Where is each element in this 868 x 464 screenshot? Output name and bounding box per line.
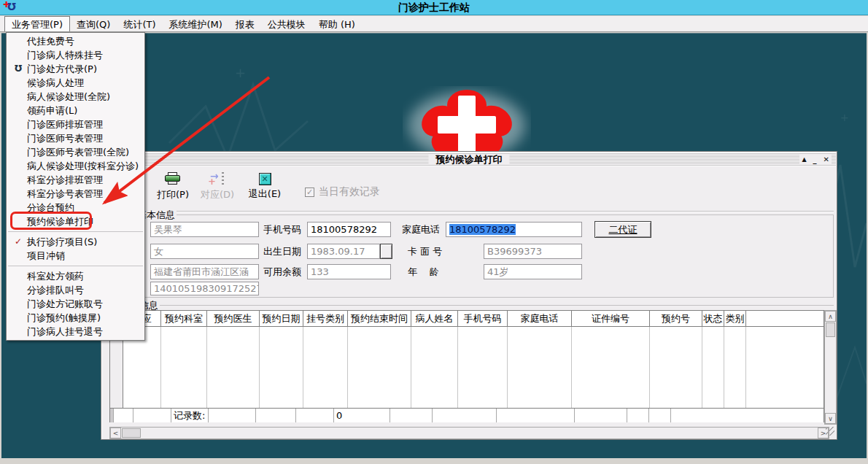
menu-item-doctor-number-table-hospital[interactable]: 门诊医师号表管理(全院) <box>7 145 144 159</box>
treatment-icon: ✓ <box>12 235 24 249</box>
mobile-field[interactable]: 18100578292 <box>307 222 391 237</box>
menu-item-medicine-apply[interactable]: 领药申请(L) <box>7 104 144 117</box>
stethoscope-icon: Ʊ <box>12 62 24 76</box>
grid-body-cell <box>411 327 458 408</box>
dialog-body: 打印(P)→+对应(D)✕退出(E) ✓ 当日有效记录 基本信息 吴果琴 手机号… <box>102 166 836 438</box>
menubar-item-public-modules[interactable]: 公共模块 <box>261 16 312 31</box>
menu-item-label: 门诊医师号表管理(全院) <box>27 147 129 158</box>
minimize-icon[interactable]: _ <box>813 154 817 165</box>
birth-date-label: 出生日期 <box>263 244 301 259</box>
birth-date-field[interactable]: 1983.09.17 <box>307 244 380 259</box>
window-title: 门诊护士工作站 <box>0 1 868 15</box>
scroll-left-icon[interactable]: < <box>110 428 121 438</box>
menu-item-registration-refund[interactable]: 门诊病人挂号退号 <box>7 325 144 339</box>
grid-body-cell <box>724 327 746 408</box>
birth-date-picker-button[interactable] <box>380 244 392 259</box>
age-label: 年 龄 <box>408 264 439 279</box>
valid-today-checkbox-row: ✓ 当日有效记录 <box>305 185 380 198</box>
grid-column-header[interactable]: 状态 <box>702 311 724 326</box>
menu-item-outpatient-appointment-touchscreen[interactable]: 门诊预约(触摸屏) <box>7 311 144 325</box>
grid-column-header[interactable]: 预约日期 <box>260 311 303 326</box>
resize-grip-icon[interactable] <box>826 427 834 436</box>
grid-footer-cell <box>114 409 133 422</box>
grid-column-header[interactable]: 预约科室 <box>161 311 207 326</box>
menu-item-prescription-billing-number[interactable]: 门诊处方记账取号 <box>7 297 144 311</box>
menu-separator <box>8 266 143 266</box>
menu-item-doctor-schedule[interactable]: 门诊医师排班管理 <box>7 117 144 131</box>
grid-column-header[interactable]: 预约结束时间 <box>348 311 411 326</box>
home-phone-field[interactable]: 18100578292 <box>446 222 582 237</box>
menu-item-dept-triage-schedule[interactable]: 科室分诊排班管理 <box>7 173 144 187</box>
menubar-item-statistics[interactable]: 统计(T) <box>117 16 162 31</box>
grid-column-header[interactable]: 预约医生 <box>207 311 260 326</box>
menubar-item-maintenance[interactable]: 系统维护(M) <box>162 16 228 31</box>
address-field[interactable]: 福建省莆田市涵江区涵 <box>150 264 259 279</box>
grid-column-header[interactable]: 预约号 <box>650 311 702 326</box>
age-field[interactable]: 41岁 <box>484 264 582 279</box>
menubar-item-help[interactable]: 帮助 (H) <box>312 16 362 31</box>
menu-item-item-reversal[interactable]: 项目冲销 <box>7 249 144 263</box>
grid-column-header[interactable]: 挂号类别 <box>303 311 348 326</box>
grid-column-header[interactable]: 证件编号 <box>572 311 650 326</box>
menubar-item-query[interactable]: 查询(Q) <box>70 16 117 31</box>
grid-column-header[interactable]: 病人姓名 <box>411 311 458 326</box>
close-icon[interactable]: ✕ <box>824 154 829 165</box>
card-no-field[interactable]: B39699373 <box>484 244 582 259</box>
menu-item-label: 门诊处方记账取号 <box>27 298 103 309</box>
match-button[interactable]: →+对应(D) <box>196 170 239 208</box>
svg-text:+: + <box>840 112 849 123</box>
grid-column-header[interactable]: 手机号码 <box>458 311 508 326</box>
exit-button[interactable]: ✕退出(E) <box>244 170 286 208</box>
dialog-titlebar[interactable]: 预约候诊单打印 ▲ _ ✕ <box>102 152 836 166</box>
id-card-reader-button[interactable]: 二代证 <box>594 221 651 238</box>
exit-icon: ✕ <box>259 173 271 185</box>
menu-item-label: 领药申请(L) <box>27 105 77 116</box>
menu-item-appointment-slip-print[interactable]: 预约候诊单打印 <box>7 214 144 228</box>
appointments-grid[interactable]: 对应预约科室预约医生预约日期挂号类别预约结束时间病人姓名手机号码家庭电话证件编号… <box>109 310 824 422</box>
menubar-item-reports[interactable]: 报表 <box>229 16 261 31</box>
grid-footer-cell <box>390 409 433 422</box>
grid-column-header[interactable]: 家庭电话 <box>508 311 572 326</box>
horizontal-scroll-thumb[interactable] <box>122 428 141 438</box>
menu-item-waiting-patient[interactable]: 候诊病人处理 <box>7 76 144 90</box>
id-number-field[interactable]: 140105198309172527 <box>150 282 259 295</box>
menubar-item-business[interactable]: 业务管理(P) <box>4 16 70 31</box>
vertical-scroll-thumb[interactable] <box>826 322 835 337</box>
print-button[interactable]: 打印(P) <box>152 170 194 208</box>
valid-today-checkbox-label: 当日有效记录 <box>319 185 380 198</box>
grid-column-header[interactable]: 类别 <box>724 311 746 326</box>
restore-icon[interactable]: ▲ <box>802 154 806 165</box>
annotation-highlight-box <box>10 212 92 230</box>
patient-name-field[interactable]: 吴果琴 <box>150 222 259 237</box>
menu-item-label: 门诊处方代录(P) <box>27 63 97 74</box>
menu-item-free-registration[interactable]: 代挂免费号 <box>7 34 144 48</box>
menu-item-special-registration[interactable]: 门诊病人特殊挂号 <box>7 48 144 62</box>
grid-body-cell <box>260 327 303 408</box>
menu-item-prescription-entry[interactable]: Ʊ门诊处方代录(P) <box>7 62 144 76</box>
menu-item-execute-treatment-item[interactable]: ✓执行诊疗项目(S) <box>7 235 144 249</box>
window-titlebar: ✚Ʊ 门诊护士工作站 <box>0 0 868 15</box>
record-count-label: 记录数: <box>171 409 209 422</box>
record-count-value: 0 <box>334 409 390 422</box>
menu-item-dept-prescription-medicine[interactable]: 科室处方领药 <box>7 269 144 283</box>
grid-vertical-scrollbar[interactable]: ∧ ∨ <box>824 310 837 425</box>
menu-separator <box>8 231 143 232</box>
scroll-up-icon[interactable]: ∧ <box>825 311 836 322</box>
grid-body-cell <box>207 327 260 408</box>
menu-item-dept-triage-number-table[interactable]: 科室分诊号表管理 <box>7 187 144 201</box>
card-no-label: 卡 面 号 <box>408 244 442 259</box>
gender-field[interactable]: 女 <box>150 244 259 259</box>
menu-item-waiting-by-dept[interactable]: 病人候诊处理(按科室分诊) <box>7 159 144 173</box>
balance-field[interactable]: 133 <box>307 264 391 279</box>
menu-item-label: 门诊医师号表管理 <box>27 133 103 144</box>
menu-item-label: 科室分诊号表管理 <box>27 188 103 199</box>
menu-item-doctor-number-table[interactable]: 门诊医师号表管理 <box>7 131 144 145</box>
checkbox-checked-icon[interactable]: ✓ <box>305 187 314 197</box>
home-phone-label: 家庭电话 <box>402 222 440 237</box>
menu-item-label: 项目冲销 <box>27 250 65 261</box>
scroll-down-icon[interactable]: ∨ <box>825 413 836 424</box>
toolbar-button-label: 对应(D) <box>201 188 234 201</box>
grid-horizontal-scrollbar[interactable]: < > <box>109 427 829 439</box>
menu-item-triage-queue-call[interactable]: 分诊排队叫号 <box>7 283 144 297</box>
menu-item-waiting-patient-hospital[interactable]: 病人候诊处理(全院) <box>7 90 144 104</box>
